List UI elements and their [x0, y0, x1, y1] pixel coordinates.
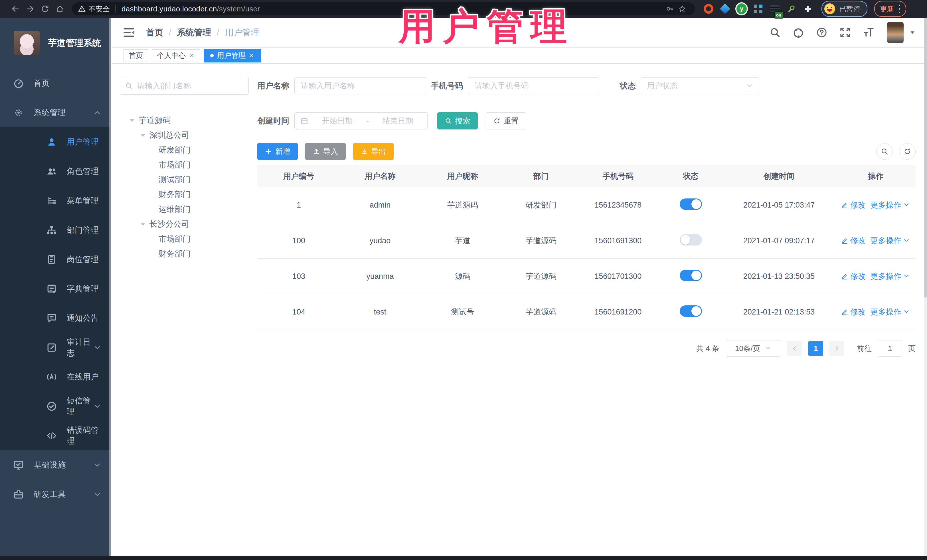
extension-gem-icon[interactable] — [719, 3, 731, 15]
username-input[interactable] — [300, 81, 421, 91]
sidebar-item-menu-mgmt[interactable]: 菜单管理 — [0, 186, 111, 215]
extension-on-badge-icon[interactable]: on — [768, 3, 781, 15]
sidebar-item-dict-mgmt[interactable]: 字典管理 — [0, 274, 111, 304]
browser-profile-chip[interactable]: 已暂停 — [821, 1, 868, 17]
github-icon[interactable] — [792, 27, 804, 38]
hamburger-icon[interactable] — [123, 26, 135, 39]
tree-node[interactable]: 芋道源码 — [120, 113, 249, 128]
tree-node[interactable]: 财务部门 — [120, 187, 249, 202]
tree-node[interactable]: 市场部门 — [120, 157, 249, 172]
dept-search-box[interactable] — [120, 77, 249, 95]
tree-node[interactable]: 深圳总公司 — [120, 128, 249, 143]
import-button[interactable]: 导入 — [305, 143, 346, 160]
sidebar-item-sms-mgmt[interactable]: 短信管理 — [0, 392, 111, 421]
fullscreen-icon[interactable] — [839, 27, 851, 38]
refresh-table-button[interactable] — [899, 143, 916, 160]
sidebar-item-online-users[interactable]: 在线用户 — [0, 362, 111, 392]
tree-node[interactable]: 市场部门 — [120, 232, 249, 246]
tab-user-mgmt[interactable]: 用户管理 — [204, 49, 261, 62]
tree-caret-icon[interactable] — [129, 119, 135, 122]
tree-caret-icon[interactable] — [140, 134, 146, 137]
status-toggle[interactable] — [680, 305, 702, 317]
header-search-icon[interactable] — [769, 27, 781, 38]
sidebar-item-role-mgmt[interactable]: 角色管理 — [0, 156, 111, 186]
page-number-button[interactable]: 1 — [808, 341, 823, 356]
edit-link[interactable]: 修改 — [841, 235, 866, 246]
help-icon[interactable] — [816, 27, 828, 38]
extension-key-icon[interactable] — [785, 3, 798, 15]
more-actions-link[interactable]: 更多操作 — [870, 235, 910, 246]
page-size-select[interactable]: 10条/页 — [726, 340, 781, 357]
font-size-icon[interactable] — [863, 27, 874, 38]
tab-profile[interactable]: 个人中心 — [152, 49, 200, 62]
sidebar-item-post-mgmt[interactable]: 岗位管理 — [0, 244, 111, 274]
add-button[interactable]: 新增 — [257, 143, 298, 160]
breadcrumb-system[interactable]: 系统管理 — [177, 27, 211, 38]
extension-y-icon[interactable]: y — [736, 3, 748, 15]
close-icon[interactable] — [249, 53, 255, 58]
mobile-label: 手机号码 — [431, 80, 463, 91]
more-actions-link[interactable]: 更多操作 — [870, 307, 910, 317]
toggle-search-button[interactable] — [876, 143, 893, 160]
edit-link[interactable]: 修改 — [841, 200, 866, 210]
sidebar-item-errcode-mgmt[interactable]: 错误码管理 — [0, 421, 111, 450]
browser-back-button[interactable] — [8, 2, 23, 16]
extension-grid-icon[interactable] — [752, 3, 764, 15]
browser-home-button[interactable] — [53, 2, 67, 16]
browser-menu-icon[interactable] — [899, 5, 900, 13]
tree-node[interactable]: 运维部门 — [120, 202, 249, 217]
status-toggle[interactable] — [680, 199, 702, 210]
status-select[interactable]: 用户状态 — [641, 77, 759, 94]
sidebar-item-audit-log[interactable]: 审计日志 — [0, 333, 111, 362]
reset-button[interactable]: 重置 — [486, 112, 526, 129]
tree-node[interactable]: 长沙分公司 — [120, 217, 249, 232]
tree-caret-icon[interactable] — [140, 223, 146, 226]
tree-node[interactable]: 研发部门 — [120, 143, 249, 157]
sidebar-item-dev-tools[interactable]: 研发工具 — [0, 480, 111, 509]
browser-reload-button[interactable] — [38, 2, 53, 16]
extensions-puzzle-icon[interactable] — [801, 3, 814, 15]
page-unit-label: 页 — [908, 344, 916, 354]
avatar-caret-icon[interactable] — [909, 29, 916, 36]
tree-node[interactable]: 测试部门 — [120, 172, 249, 187]
mobile-input[interactable] — [474, 81, 593, 91]
next-page-button[interactable] — [830, 341, 844, 356]
export-button[interactable]: 导出 — [353, 143, 394, 160]
date-range-picker[interactable]: 开始日期 - 结束日期 — [294, 112, 427, 129]
username-field-wrap — [294, 77, 427, 94]
sidebar-item-infra[interactable]: 基础设施 — [0, 450, 111, 480]
close-icon[interactable] — [189, 53, 195, 58]
more-actions-link[interactable]: 更多操作 — [870, 271, 910, 281]
edit-link[interactable]: 修改 — [841, 271, 866, 281]
dept-search-input[interactable] — [137, 81, 243, 91]
sidebar-scrollbar[interactable] — [109, 18, 111, 556]
tree-node[interactable]: 财务部门 — [120, 246, 249, 261]
tab-home[interactable]: 首页 — [123, 49, 148, 62]
window-scrollbar[interactable] — [924, 18, 927, 556]
password-key-icon[interactable] — [663, 3, 676, 15]
address-bar[interactable]: 不安全 dashboard.yudao.iocoder.cn/system/us… — [72, 2, 695, 15]
app-logo-row[interactable]: 芋道管理系统 — [0, 18, 111, 68]
user-avatar[interactable] — [887, 22, 904, 43]
sidebar-item-user-mgmt[interactable]: 用户管理 — [0, 127, 111, 156]
edit-link[interactable]: 修改 — [841, 307, 866, 317]
goto-page-input[interactable] — [878, 340, 902, 357]
browser-forward-button[interactable] — [23, 2, 38, 16]
status-toggle[interactable] — [680, 234, 702, 246]
calendar-icon — [300, 117, 308, 125]
more-actions-link[interactable]: 更多操作 — [870, 200, 910, 210]
end-date-placeholder[interactable]: 结束日期 — [374, 116, 422, 126]
extension-ubuntu-icon[interactable] — [702, 3, 715, 15]
prev-page-button[interactable] — [787, 341, 802, 356]
sidebar-item-home[interactable]: 首页 — [0, 68, 111, 98]
browser-update-button[interactable]: 更新 — [874, 1, 906, 17]
search-button[interactable]: 搜索 — [437, 112, 478, 129]
status-toggle[interactable] — [680, 270, 702, 281]
security-warning[interactable]: 不安全 — [78, 4, 110, 14]
start-date-placeholder[interactable]: 开始日期 — [313, 116, 361, 126]
sidebar-item-notice[interactable]: 通知公告 — [0, 304, 111, 333]
sidebar-item-dept-mgmt[interactable]: 部门管理 — [0, 215, 111, 244]
sidebar-item-system[interactable]: 系统管理 — [0, 98, 111, 127]
bookmark-star-icon[interactable] — [676, 3, 688, 15]
breadcrumb-home[interactable]: 首页 — [146, 27, 163, 38]
